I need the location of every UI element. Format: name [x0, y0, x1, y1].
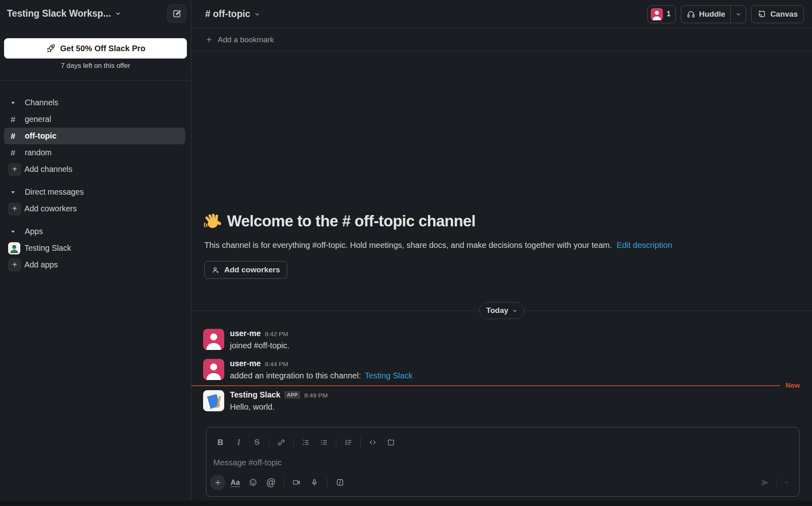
message-timestamp[interactable]: 8:44 PM: [265, 360, 288, 368]
offer-days-left: 7 days left on this offer: [0, 62, 191, 70]
plus-icon: [206, 36, 212, 43]
bold-button[interactable]: B: [211, 435, 230, 449]
date-label: Today: [486, 306, 509, 315]
italic-button[interactable]: I: [230, 435, 248, 449]
message-placeholder: Message #off-topic: [213, 458, 282, 467]
channel-label: general: [25, 115, 51, 124]
add-coworkers-button[interactable]: Add coworkers: [204, 261, 287, 279]
sidebar-nav: Channels # general # off-topic # random …: [0, 94, 191, 279]
plus-icon: +: [8, 202, 21, 215]
attach-button[interactable]: [210, 475, 225, 490]
compose-icon: [172, 9, 182, 19]
message-input[interactable]: Message #off-topic: [213, 457, 792, 468]
message-row[interactable]: user-me 8:44 PM added an integration to …: [203, 359, 800, 380]
unread-line: [191, 385, 780, 386]
sidebar-item-testing-slack-app[interactable]: Testing Slack: [4, 240, 185, 256]
send-options-button[interactable]: [780, 475, 793, 490]
add-bookmark-button[interactable]: Add a bookmark: [191, 28, 812, 51]
channel-title-button[interactable]: # off-topic: [205, 9, 260, 20]
message-text-part: added an integration to this channel:: [230, 371, 361, 380]
mention-button[interactable]: @: [263, 475, 279, 490]
channel-members-button[interactable]: 1: [647, 5, 676, 23]
workspace-switcher[interactable]: Testing Slack Worksp...: [7, 8, 121, 19]
member-count: 1: [667, 10, 671, 18]
message-text: added an integration to this channel: Te…: [230, 371, 413, 380]
channel-view: # off-topic 1: [191, 0, 812, 506]
message-timestamp[interactable]: 8:49 PM: [304, 392, 328, 399]
sidebar-item-off-topic[interactable]: # off-topic: [4, 128, 185, 144]
add-channels-button[interactable]: + Add channels: [4, 161, 185, 178]
section-label: Direct messages: [25, 187, 84, 197]
sidebar-item-general[interactable]: # general: [4, 111, 185, 128]
chevron-down-icon: [8, 189, 18, 195]
window-bottom-edge: [0, 501, 812, 506]
ordered-list-button[interactable]: 1 2: [297, 435, 315, 449]
bulleted-list-button[interactable]: [315, 435, 333, 449]
link-button[interactable]: [272, 435, 290, 449]
message-text: joined #off-topic.: [230, 341, 289, 350]
code-block-button[interactable]: [382, 435, 400, 449]
description-text: This channel is for everything #off-topi…: [204, 241, 612, 250]
message-author[interactable]: user-me: [230, 329, 261, 338]
edit-description-link[interactable]: Edit description: [617, 241, 672, 250]
composer-actions: Aa @: [210, 473, 793, 491]
message-row[interactable]: Testing Slack APP 8:49 PM Hello, world.: [203, 390, 800, 412]
chevron-down-icon: [8, 229, 18, 235]
add-bookmark-label: Add a bookmark: [218, 35, 274, 44]
add-apps-button[interactable]: + Add apps: [4, 256, 185, 273]
headphones-icon: [686, 10, 695, 19]
sidebar-divider: [0, 80, 191, 80]
person-add-icon: [212, 266, 220, 274]
toolbar-divider: [360, 438, 361, 447]
formatting-toggle-button[interactable]: Aa: [227, 475, 243, 490]
message-author[interactable]: Testing Slack: [230, 390, 280, 400]
message-composer: B I S 1 2: [206, 427, 799, 497]
channels-section-toggle[interactable]: Channels: [4, 94, 185, 111]
audio-clip-button[interactable]: [306, 475, 323, 490]
huddle-button[interactable]: Huddle: [681, 10, 730, 19]
section-label: Apps: [25, 227, 43, 236]
integration-link[interactable]: Testing Slack: [365, 371, 413, 380]
member-avatar: [651, 8, 663, 20]
plus-icon: +: [8, 163, 21, 176]
strikethrough-button[interactable]: S: [248, 435, 266, 449]
channel-label: random: [25, 148, 52, 157]
workspace-name: Testing Slack Worksp...: [7, 8, 111, 19]
huddle-label: Huddle: [699, 10, 725, 19]
message-row[interactable]: user-me 8:42 PM joined #off-topic.: [203, 329, 800, 350]
workspace-header: Testing Slack Worksp...: [0, 0, 191, 27]
canvas-button[interactable]: Canvas: [751, 5, 804, 23]
video-clip-button[interactable]: [288, 475, 305, 490]
blockquote-button[interactable]: [339, 435, 357, 449]
plus-icon: +: [8, 258, 21, 271]
add-coworkers-sidebar-button[interactable]: + Add coworkers: [4, 200, 185, 217]
new-message-button[interactable]: [167, 4, 186, 23]
rocket-icon: [45, 43, 56, 54]
waving-hand-icon: [203, 212, 222, 230]
chevron-down-icon: [736, 11, 741, 17]
section-label: Channels: [25, 98, 58, 107]
message-author[interactable]: user-me: [230, 359, 261, 368]
avatar: [203, 329, 224, 350]
emoji-button[interactable]: [245, 475, 261, 490]
huddle-options-button[interactable]: [731, 11, 746, 17]
unread-divider: New: [191, 382, 812, 389]
date-divider-button[interactable]: Today: [479, 302, 524, 319]
chevron-down-icon: [115, 11, 121, 17]
upgrade-offer-button[interactable]: Get 50% Off Slack Pro: [4, 38, 187, 59]
direct-messages-section: Direct messages + Add coworkers: [0, 184, 191, 217]
app-avatar-icon: [8, 242, 20, 254]
shortcuts-button[interactable]: [332, 475, 348, 490]
channel-title: # off-topic: [205, 9, 250, 20]
toolbar-divider: [776, 478, 777, 487]
apps-section-toggle[interactable]: Apps: [4, 223, 185, 240]
date-divider: Today: [191, 302, 812, 319]
message-timestamp[interactable]: 8:42 PM: [265, 330, 288, 338]
message-pane: Welcome to the # off-topic channel This …: [191, 51, 812, 506]
promo-label: Get 50% Off Slack Pro: [60, 44, 145, 53]
direct-messages-section-toggle[interactable]: Direct messages: [4, 184, 185, 200]
sidebar-item-random[interactable]: # random: [4, 144, 185, 161]
send-button[interactable]: [757, 475, 773, 490]
apps-section: Apps Testing Slack + Add apps: [0, 223, 191, 273]
code-button[interactable]: [364, 435, 382, 449]
